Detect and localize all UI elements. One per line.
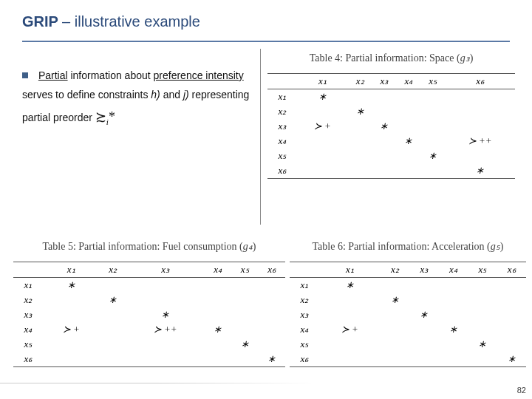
body-seg-4: serves to define constraints (22, 89, 151, 100)
title-light: – illustrative example (62, 13, 200, 30)
title-strong: GRIP (22, 13, 58, 30)
slide-title: GRIP – illustrative example (0, 0, 532, 30)
body-seg-6: and (163, 89, 183, 100)
table-6-area: Table 6: Partial information: Accelerati… (290, 240, 526, 367)
body-seg-3: preference intensity (154, 69, 244, 81)
body-text: Partial information about preference int… (22, 66, 251, 129)
vertical-separator (260, 49, 261, 225)
table-5: x₁x₂x₃x₄x₅x₆ x₁∗ x₂∗ x₃∗ x₄≻ +≻ ++∗ x₅∗ … (13, 262, 285, 367)
body-seg-5: h) (151, 89, 160, 100)
table-6: x₁x₂x₃x₄x₅x₆ x₁∗ x₂∗ x₃∗ x₄≻ +∗ x₅∗ x₆∗ (290, 262, 526, 367)
table-4-caption: Table 4: Partial information: Space (g₃) (267, 52, 515, 64)
table-6-caption: Table 6: Partial information: Accelerati… (290, 240, 526, 253)
table-4-area: Table 4: Partial information: Space (g₃)… (267, 52, 515, 179)
body-seg-2: information about (70, 69, 153, 81)
title-underline (22, 41, 510, 42)
table-4: x₁x₂x₃x₄x₅x₆ x₁∗ x₂∗ x₃≻ +∗ x₄∗≻ ++ x₅∗ … (267, 73, 515, 179)
body-seg-1: Partial (38, 69, 68, 81)
table-5-caption: Table 5: Partial information: Fuel consu… (13, 240, 285, 253)
table-5-area: Table 5: Partial information: Fuel consu… (13, 240, 285, 367)
body-seg-7: j) (183, 89, 189, 100)
page-number: 82 (0, 383, 526, 395)
symbol-preorder: ≿i* (95, 109, 115, 124)
bullet-icon (22, 72, 28, 78)
